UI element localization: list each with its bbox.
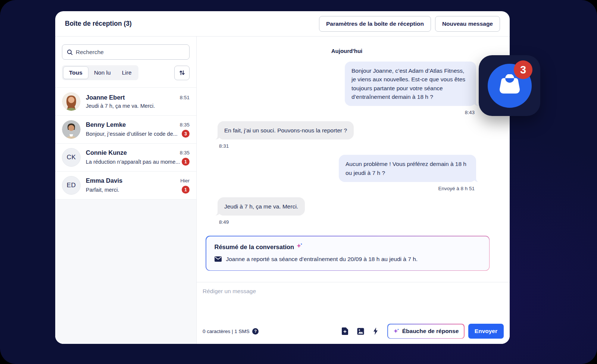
message-outgoing: Aucun problème ! Vous préférez demain à … [218, 155, 476, 197]
inbox-app-widget[interactable]: 3 [479, 55, 540, 116]
page-title: Boîte de réception (3) [65, 20, 132, 28]
file-plus-icon [342, 327, 348, 335]
search-box [62, 44, 190, 60]
message-bubble: Aucun problème ! Vous préférez demain à … [339, 155, 476, 182]
conversation-row-emma-davis[interactable]: ED Emma Davis Hier Parfait, merci. 1 [55, 172, 196, 200]
send-button[interactable]: Envoyer [468, 324, 504, 339]
avatar-emma: ED [62, 176, 81, 195]
inbox-window: Boîte de réception (3) Paramètres de la … [55, 11, 510, 344]
insert-image-button[interactable] [354, 326, 367, 336]
sparkle-icon [296, 243, 303, 250]
tab-unread[interactable]: Non lu [88, 66, 116, 79]
summary-text: Joanne a reporté sa séance d’entraînemen… [226, 256, 418, 263]
message-composer: 0 caractères | 1 SMS ? [197, 282, 510, 344]
inbox-header: Boîte de réception (3) Paramètres de la … [55, 11, 510, 37]
conversation-list: Joanne Ebert 8:51 Jeudi à 7 h, ça me va.… [55, 87, 196, 344]
notification-badge: 3 [514, 60, 532, 79]
message-incoming: Jeudi à 7 h, ça me va. Merci. 8:49 [218, 197, 476, 231]
inbox-settings-button[interactable]: Paramètres de la boîte de réception [319, 16, 431, 32]
conversation-time: 8:35 [180, 122, 190, 128]
conversation-summary-card: Résumé de la conversation [206, 236, 490, 271]
unread-badge: 3 [182, 130, 190, 138]
conversation-time: 8:51 [180, 95, 190, 100]
sort-arrows-icon [179, 69, 185, 76]
envelope-icon [215, 256, 222, 262]
message-timestamp: 8:43 [465, 110, 475, 115]
unread-badge: 1 [182, 158, 190, 166]
tab-all[interactable]: Tous [63, 66, 88, 79]
message-timestamp: 8:49 [219, 219, 229, 225]
message-thread: Aujourd'hui Bonjour Joanne, c’est Adam d… [197, 37, 510, 282]
message-bubble: Bonjour Joanne, c’est Adam d’Atlas Fitne… [345, 62, 476, 106]
conversation-time: Hier [180, 178, 190, 183]
character-counter: 0 caractères | 1 SMS ? [203, 328, 259, 335]
unread-badge: 1 [182, 186, 190, 194]
page-background: Boîte de réception (3) Paramètres de la … [0, 0, 597, 364]
conversation-row-connie-kunze[interactable]: CK Connie Kunze 8:35 La réduction n’appa… [55, 144, 196, 172]
conversation-preview: La réduction n’apparaît pas au mome... [86, 159, 180, 165]
conversation-preview: Bonjour, j’essaie d’utiliser le code de.… [86, 131, 178, 137]
sort-button[interactable] [174, 66, 190, 80]
message-bubble: Jeudi à 7 h, ça me va. Merci. [218, 197, 305, 216]
conversation-preview: Jeudi à 7 h, ça me va. Merci. [86, 103, 155, 109]
quick-reply-button[interactable] [371, 326, 381, 336]
message-timestamp: 8:31 [219, 143, 229, 149]
svg-text:?: ? [254, 329, 257, 333]
conversation-time: 8:35 [180, 150, 190, 156]
avatar-joanne [62, 92, 81, 111]
conversation-row-benny-lemke[interactable]: Benny Lemke 8:35 Bonjour, j’essaie d’uti… [55, 116, 196, 144]
filter-tabs: Tous Non lu Lire [62, 65, 138, 80]
sparkle-icon [393, 328, 400, 335]
help-icon[interactable]: ? [252, 328, 259, 335]
message-outgoing: Bonjour Joanne, c’est Adam d’Atlas Fitne… [218, 62, 476, 121]
message-incoming: En fait, j’ai un souci. Pouvons-nous la … [218, 121, 476, 155]
conversation-name: Joanne Ebert [86, 94, 125, 101]
avatar-benny [62, 120, 81, 139]
conversation-name: Benny Lemke [86, 121, 126, 128]
draft-reply-button[interactable]: Ébauche de réponse [387, 324, 465, 339]
message-status: Envoyé à 8 h 51 [438, 186, 475, 191]
search-icon [67, 49, 73, 55]
tab-read[interactable]: Lire [116, 66, 137, 79]
conversation-name: Connie Kunze [86, 149, 127, 156]
conversation-row-joanne-ebert[interactable]: Joanne Ebert 8:51 Jeudi à 7 h, ça me va.… [55, 88, 196, 116]
avatar-connie: CK [62, 148, 81, 167]
search-input[interactable] [76, 49, 185, 56]
message-bubble: En fait, j’ai un souci. Pouvons-nous la … [218, 121, 354, 139]
conversation-sidebar: Tous Non lu Lire [55, 37, 197, 344]
header-actions: Paramètres de la boîte de réception Nouv… [319, 16, 500, 32]
day-separator: Aujourd'hui [218, 48, 476, 54]
conversation-name: Emma Davis [86, 177, 122, 184]
conversation-preview: Parfait, merci. [86, 187, 119, 193]
summary-title: Résumé de la conversation [215, 244, 294, 251]
attach-file-button[interactable] [339, 326, 351, 336]
new-message-button[interactable]: Nouveau message [435, 16, 500, 32]
chat-panel: Aujourd'hui Bonjour Joanne, c’est Adam d… [197, 37, 510, 344]
message-input[interactable] [203, 288, 504, 324]
image-icon [357, 328, 364, 335]
lightning-icon [373, 327, 378, 335]
